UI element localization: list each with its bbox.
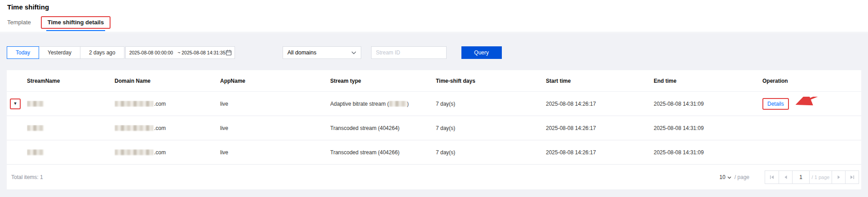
prev-page-icon <box>784 175 788 179</box>
content-area: Today Yesterday 2 days ago 2025-08-08 00… <box>0 33 868 197</box>
column-header-end-time: End time <box>654 78 762 84</box>
domain-select-value: All domains <box>288 49 317 56</box>
query-button[interactable]: Query <box>461 46 502 59</box>
page-title: Time shifting <box>7 3 49 11</box>
stream-type-cell: Adaptive bitrate stream () <box>330 101 436 107</box>
stream-name-cell <box>27 149 115 156</box>
domain-suffix: .com <box>154 149 166 156</box>
chevron-down-icon <box>351 51 356 54</box>
first-page-icon <box>770 175 774 179</box>
annotation-box-expander: ▼ <box>10 98 21 109</box>
first-page-button[interactable] <box>765 171 779 184</box>
annotation-arrow <box>793 97 820 108</box>
app-name-cell: live <box>220 149 330 156</box>
redacted-stream-name <box>27 101 44 107</box>
page-size-select[interactable]: 10 / page <box>719 174 749 180</box>
end-time-cell: 2025-08-08 14:31:09 <box>654 101 762 107</box>
app-name-cell: live <box>220 101 330 107</box>
redacted-domain <box>115 101 153 107</box>
tab-time-shifting-details[interactable]: Time shifting details <box>48 19 104 26</box>
stream-type-suffix: ) <box>407 101 409 107</box>
tab-bar: Template Time shifting details <box>7 15 111 32</box>
redacted-stream-name <box>27 125 44 131</box>
top-bar: Time shifting Template Time shifting det… <box>0 0 868 32</box>
column-header-operation: Operation <box>762 78 861 84</box>
current-page-input[interactable]: 1 <box>792 171 809 184</box>
next-page-icon <box>837 175 841 179</box>
prev-page-button[interactable] <box>779 171 792 184</box>
stream-name-cell <box>27 125 115 131</box>
pager: 1 / 1 page <box>765 170 859 184</box>
annotation-box-details: Details <box>762 98 789 110</box>
time-shift-table: StreamName Domain Name AppName Stream ty… <box>7 70 861 189</box>
redacted-domain <box>115 125 153 131</box>
table-header-row: StreamName Domain Name AppName Stream ty… <box>7 70 861 92</box>
table-footer: Total items: 1 10 / page <box>7 165 861 189</box>
column-header-start-time: Start time <box>546 78 654 84</box>
last-page-icon <box>850 175 855 179</box>
next-page-button[interactable] <box>832 171 845 184</box>
quick-range-2-days-ago-button[interactable]: 2 days ago <box>80 46 124 59</box>
column-header-domain-name: Domain Name <box>115 78 220 84</box>
redacted-domain <box>115 149 153 155</box>
quick-range-group: Today Yesterday 2 days ago <box>7 46 124 59</box>
domain-name-cell: .com <box>115 149 220 156</box>
app-name-cell: live <box>220 125 330 131</box>
start-time-cell: 2025-08-08 14:26:17 <box>546 125 654 131</box>
table-row: .com live Transcoded stream (404266) 7 d… <box>7 140 861 165</box>
column-header-appname: AppName <box>220 78 330 84</box>
time-shift-days-cell: 7 day(s) <box>436 149 546 156</box>
expander-cell: ▼ <box>7 98 27 109</box>
quick-range-today-button[interactable]: Today <box>7 46 39 59</box>
start-time-cell: 2025-08-08 14:26:17 <box>546 101 654 107</box>
domain-select[interactable]: All domains <box>283 46 361 59</box>
pagination: 10 / page <box>719 170 859 184</box>
calendar-icon[interactable] <box>226 49 232 56</box>
domain-name-cell: .com <box>115 101 220 107</box>
date-range-start: 2025-08-08 00:00:00 <box>129 50 173 55</box>
domain-name-cell: .com <box>115 125 220 131</box>
redacted-template-id <box>389 101 407 107</box>
expand-row-arrow-icon[interactable]: ▼ <box>13 102 18 106</box>
redacted-stream-name <box>27 149 44 155</box>
time-shift-days-cell: 7 day(s) <box>436 101 546 107</box>
quick-range-yesterday-button[interactable]: Yesterday <box>39 46 80 59</box>
filter-bar: Today Yesterday 2 days ago 2025-08-08 00… <box>7 46 861 59</box>
stream-type-cell: Transcoded stream (404266) <box>330 149 436 156</box>
end-time-cell: 2025-08-08 14:31:09 <box>654 125 762 131</box>
table-row: ▼ .com live Adaptive bitrate stream () 7… <box>7 92 861 116</box>
date-range-end: ~ 2025-08-08 14:31:35 <box>177 50 226 55</box>
domain-suffix: .com <box>154 101 166 107</box>
column-header-time-shift-days: Time-shift days <box>436 78 546 84</box>
per-page-label: / page <box>735 174 749 180</box>
domain-suffix: .com <box>154 125 166 131</box>
page-count-label: / 1 page <box>809 171 832 184</box>
last-page-button[interactable] <box>845 171 859 184</box>
date-range-picker[interactable]: 2025-08-08 00:00:00 ~ 2025-08-08 14:31:3… <box>125 46 235 59</box>
column-header-stream-type: Stream type <box>330 78 436 84</box>
start-time-cell: 2025-08-08 14:26:17 <box>546 149 654 156</box>
column-header-streamname: StreamName <box>27 78 115 84</box>
operation-cell: Details <box>762 97 861 111</box>
tab-template[interactable]: Template <box>7 19 31 28</box>
details-link[interactable]: Details <box>767 101 784 107</box>
stream-name-cell <box>27 101 115 107</box>
annotation-box-active-tab: Time shifting details <box>41 16 111 29</box>
end-time-cell: 2025-08-08 14:31:09 <box>654 149 762 156</box>
stream-id-input[interactable] <box>371 46 447 59</box>
page-size-value: 10 <box>719 174 725 180</box>
table-row: .com live Transcoded stream (404264) 7 d… <box>7 116 861 140</box>
total-items-label: Total items: 1 <box>11 174 43 180</box>
chevron-down-icon <box>727 176 731 179</box>
stream-type-cell: Transcoded stream (404264) <box>330 125 436 131</box>
stream-type-prefix: Adaptive bitrate stream ( <box>330 101 389 107</box>
time-shift-days-cell: 7 day(s) <box>436 125 546 131</box>
